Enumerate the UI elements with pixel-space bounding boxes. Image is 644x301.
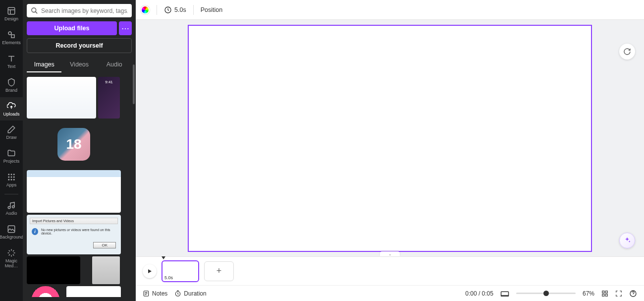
upload-thumbnail[interactable]: 18 xyxy=(27,120,121,168)
dialog-message: No new pictures or videos were found on … xyxy=(41,228,116,235)
notes-button[interactable]: Notes xyxy=(143,290,167,297)
page-expand-handle[interactable]: ⌄ xyxy=(380,251,400,256)
rail-audio[interactable]: Audio xyxy=(0,196,23,220)
info-icon: i xyxy=(32,228,38,235)
upload-thumbnail[interactable] xyxy=(92,256,120,284)
svg-rect-0 xyxy=(8,7,15,14)
svg-rect-20 xyxy=(602,291,604,293)
rail-label: Background xyxy=(0,235,23,240)
elements-icon xyxy=(6,30,16,40)
ios18-badge: 18 xyxy=(57,128,90,161)
play-button[interactable] xyxy=(143,264,157,278)
scrollbar[interactable] xyxy=(133,64,135,104)
svg-point-1 xyxy=(8,32,11,35)
help-button[interactable] xyxy=(629,290,637,298)
divider xyxy=(193,5,194,15)
rail-label: Audio xyxy=(5,211,17,216)
view-mode-button[interactable] xyxy=(500,290,509,297)
svg-point-4 xyxy=(11,174,12,175)
page-color-button[interactable] xyxy=(141,5,150,14)
rail-design[interactable]: Design xyxy=(0,2,23,26)
rail-text[interactable]: Text xyxy=(0,50,23,73)
search-input[interactable] xyxy=(41,7,128,14)
rail-background[interactable]: Background xyxy=(0,220,23,244)
rail-apps[interactable]: Apps xyxy=(0,168,23,192)
uploads-gallery: 18 Import Pictures and Videos iNo new pi… xyxy=(27,77,132,297)
canvas-page[interactable] xyxy=(188,25,592,252)
bottom-bar: Notes Duration 0:00 / 0:05 67% xyxy=(136,285,644,301)
zoom-slider[interactable] xyxy=(516,293,576,294)
plus-icon: + xyxy=(216,266,222,276)
rail-uploads[interactable]: Uploads xyxy=(0,97,23,121)
animate-button[interactable]: 5.0s xyxy=(164,6,186,14)
audio-icon xyxy=(6,200,16,210)
uploads-panel: Upload files ⋯ Record yourself Images Vi… xyxy=(23,0,136,301)
notes-icon xyxy=(143,290,150,297)
rail-label: Brand xyxy=(5,88,17,93)
upload-thumbnail[interactable] xyxy=(98,77,120,119)
svg-rect-22 xyxy=(602,294,604,296)
rail-projects[interactable]: Projects xyxy=(0,144,23,168)
upload-thumbnail[interactable] xyxy=(66,286,121,297)
upload-thumbnail[interactable] xyxy=(27,286,64,297)
left-rail: Design Elements Text Brand Uploads Draw … xyxy=(0,0,23,301)
clock-icon xyxy=(164,6,172,14)
clip-duration: 5.0s xyxy=(164,275,173,280)
design-icon xyxy=(6,6,16,16)
rail-label: Uploads xyxy=(3,112,19,117)
svg-point-5 xyxy=(13,174,15,175)
help-icon xyxy=(629,290,637,298)
position-button[interactable]: Position xyxy=(201,6,222,13)
add-page-button[interactable]: + xyxy=(204,261,234,281)
duration-icon xyxy=(174,290,181,297)
magic-icon xyxy=(6,248,16,258)
editor-area: 5.0s Position ⌄ 5.0s + No xyxy=(136,0,644,301)
duration-button[interactable]: Duration xyxy=(174,290,206,297)
tab-audio[interactable]: Audio xyxy=(97,57,132,73)
svg-point-11 xyxy=(13,179,15,181)
tab-images[interactable]: Images xyxy=(27,57,62,73)
svg-rect-2 xyxy=(11,35,14,38)
dialog-ok: OK xyxy=(93,242,116,248)
regenerate-button[interactable] xyxy=(619,44,635,60)
refresh-icon xyxy=(623,48,631,56)
top-toolbar: 5.0s Position xyxy=(136,0,644,20)
rail-label: Elements xyxy=(2,41,21,46)
time-display: 0:00 / 0:05 xyxy=(465,290,493,297)
record-yourself-button[interactable]: Record yourself xyxy=(27,38,132,53)
brand-icon xyxy=(6,77,16,87)
grid-view-button[interactable] xyxy=(601,290,608,297)
fullscreen-button[interactable] xyxy=(615,290,622,297)
rail-draw[interactable]: Draw xyxy=(0,120,23,144)
media-tabs: Images Videos Audio xyxy=(27,57,132,73)
rail-elements[interactable]: Elements xyxy=(0,26,23,50)
upload-thumbnail[interactable] xyxy=(27,170,121,213)
tab-videos[interactable]: Videos xyxy=(62,57,97,73)
timeline-strip: 5.0s + xyxy=(136,257,644,285)
rail-label: Text xyxy=(7,64,16,69)
search-field[interactable] xyxy=(27,4,132,17)
rail-brand[interactable]: Brand xyxy=(0,73,23,97)
dialog-title: Import Pictures and Videos xyxy=(30,218,118,224)
zoom-level[interactable]: 67% xyxy=(583,290,594,297)
svg-point-6 xyxy=(8,177,9,178)
upload-files-button[interactable]: Upload files xyxy=(27,21,117,35)
apps-icon xyxy=(6,172,16,182)
timeline-clip[interactable]: 5.0s xyxy=(161,260,199,282)
svg-point-13 xyxy=(12,206,15,208)
upload-thumbnail[interactable]: Import Pictures and Videos iNo new pictu… xyxy=(27,215,121,254)
rail-magic-media[interactable]: Magic Med… xyxy=(0,244,23,273)
rail-label: Projects xyxy=(3,159,20,164)
svg-rect-23 xyxy=(605,294,607,296)
background-icon xyxy=(6,224,16,234)
search-icon xyxy=(31,7,38,14)
rail-label: Apps xyxy=(6,183,17,188)
canvas-viewport[interactable]: ⌄ xyxy=(136,20,644,256)
rail-label: Draw xyxy=(6,135,16,140)
upload-more-button[interactable]: ⋯ xyxy=(119,21,132,35)
magic-button[interactable] xyxy=(619,233,635,248)
duration-label: Duration xyxy=(184,290,206,297)
upload-thumbnail[interactable] xyxy=(27,77,96,119)
draw-icon xyxy=(6,124,16,134)
upload-thumbnail[interactable] xyxy=(27,256,80,284)
